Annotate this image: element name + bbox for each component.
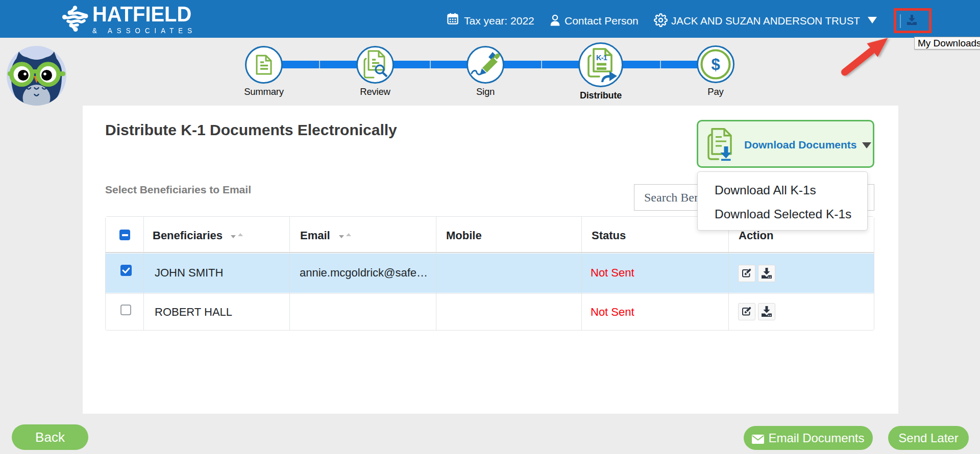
svg-text:K-1: K-1 [596, 54, 607, 62]
svg-text:$: $ [711, 56, 720, 73]
